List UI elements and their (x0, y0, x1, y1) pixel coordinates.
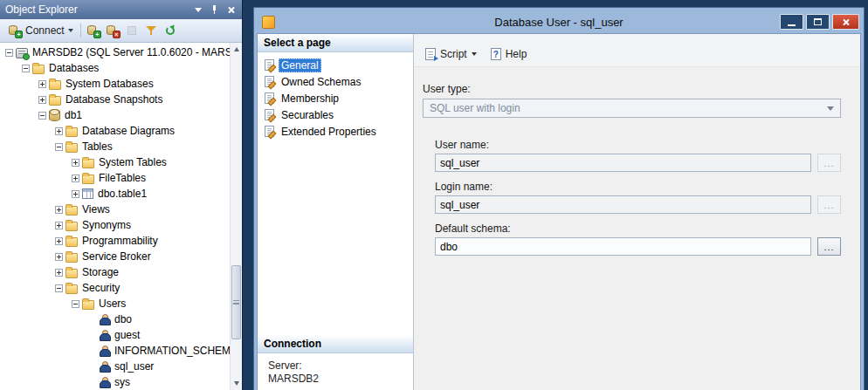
user-name-browse-button[interactable]: ... (817, 154, 841, 172)
combo-chevron-icon (827, 106, 834, 111)
default-schema-row: ... (435, 237, 841, 256)
script-button[interactable]: Script (421, 45, 481, 63)
tree-item-users[interactable]: Users (0, 296, 230, 311)
database-user-dialog-icon (262, 16, 275, 29)
minimize-button[interactable] (780, 14, 803, 30)
tree-item-label: INFORMATION_SCHEM (114, 345, 230, 357)
tree-item-label: guest (114, 329, 140, 341)
pages-list: GeneralOwned SchemasMembershipSecurables… (258, 52, 413, 140)
stop-button[interactable] (122, 21, 141, 40)
user-type-label: User type: (423, 83, 841, 95)
tree-item-sys[interactable]: sys (0, 374, 230, 390)
scrollbar-thumb[interactable] (231, 265, 241, 339)
tree-item-database-diagrams[interactable]: Database Diagrams (0, 123, 230, 139)
tree-item-db1[interactable]: db1 (0, 107, 230, 123)
connection-header: Connection (258, 335, 413, 353)
dialog-titlebar[interactable]: Database User - sql_user (257, 10, 861, 33)
page-item-label: Owned Schemas (279, 75, 363, 89)
expand-icon[interactable] (55, 222, 63, 229)
page-item-membership[interactable]: Membership (258, 90, 413, 106)
tree-item-databases[interactable]: Databases (0, 60, 230, 76)
close-icon[interactable] (224, 3, 238, 17)
expand-icon[interactable] (72, 190, 79, 198)
page-item-label: Securables (279, 108, 336, 122)
user-type-combo[interactable]: SQL user with login (423, 99, 841, 118)
connect-button[interactable]: + Connect (3, 22, 78, 39)
page-icon (265, 126, 274, 137)
expand-icon[interactable] (55, 127, 63, 135)
expand-icon[interactable] (55, 206, 63, 214)
tree-item-sql-user[interactable]: sql_user (0, 359, 230, 374)
collapse-icon[interactable] (55, 143, 63, 151)
expand-icon[interactable] (38, 96, 46, 104)
disconnect-button[interactable]: × (103, 21, 122, 40)
page-item-securables[interactable]: Securables (258, 106, 413, 123)
vertical-scrollbar[interactable] (230, 43, 242, 390)
collapse-icon[interactable] (5, 49, 13, 57)
folder-icon (65, 127, 78, 137)
collapse-icon[interactable] (72, 300, 79, 308)
default-schema-browse-button[interactable]: ... (817, 237, 841, 256)
expand-icon[interactable] (55, 237, 63, 245)
scroll-down-icon[interactable] (231, 378, 242, 389)
window-controls (780, 14, 859, 30)
login-name-browse-button[interactable]: ... (817, 195, 841, 214)
object-explorer-titlebar[interactable]: Object Explorer (0, 0, 242, 19)
connection-gap (268, 386, 413, 390)
expand-icon[interactable] (55, 269, 63, 277)
stop-icon (125, 24, 139, 38)
user-icon (99, 314, 110, 325)
tree-item-programmability[interactable]: Programmability (0, 233, 230, 249)
tree-item-system-databases[interactable]: System Databases (0, 76, 230, 92)
folder-icon (49, 80, 61, 90)
tree-item-label: Service Broker (82, 250, 151, 263)
tree-item-storage[interactable]: Storage (0, 264, 230, 280)
collapse-icon[interactable] (38, 112, 46, 120)
script-icon (425, 48, 436, 60)
tree-item-filetables[interactable]: FileTables (0, 170, 230, 186)
default-schema-input[interactable] (435, 237, 811, 256)
tree-rows: MARSDB2 (SQL Server 11.0.6020 - MARSDDat… (0, 44, 242, 390)
page-item-extended-properties[interactable]: Extended Properties (258, 123, 413, 140)
tree-item-label: Views (82, 203, 110, 216)
filter-button[interactable] (141, 21, 161, 40)
collapse-icon[interactable] (22, 65, 30, 72)
pin-icon[interactable] (207, 3, 222, 17)
page-item-owned-schemas[interactable]: Owned Schemas (258, 73, 413, 90)
collapse-icon[interactable] (55, 284, 63, 292)
maximize-button[interactable] (806, 14, 830, 30)
help-button[interactable]: Help (486, 45, 532, 63)
tree-item-views[interactable]: Views (0, 202, 230, 217)
expand-icon[interactable] (38, 80, 46, 88)
expand-icon[interactable] (72, 174, 79, 182)
close-button[interactable] (832, 14, 859, 30)
tree-item-label: Database Snapshots (65, 93, 162, 106)
folder-icon (65, 284, 78, 294)
login-name-input[interactable] (435, 195, 811, 214)
tree-item-system-tables[interactable]: System Tables (0, 154, 230, 170)
refresh-button[interactable] (161, 21, 180, 40)
expand-icon[interactable] (55, 253, 63, 261)
tree-item-guest[interactable]: guest (0, 327, 230, 343)
toolbar-separator (80, 24, 81, 38)
tree-item-service-broker[interactable]: Service Broker (0, 249, 230, 264)
tree-item-dbo[interactable]: dbo (0, 311, 230, 327)
page-item-general[interactable]: General (258, 57, 413, 73)
tree-item-tables[interactable]: Tables (0, 139, 230, 154)
help-label: Help (506, 48, 527, 60)
window-position-menu-icon[interactable] (190, 3, 205, 17)
page-icon (265, 92, 274, 104)
tree-item-database-snapshots[interactable]: Database Snapshots (0, 92, 230, 107)
dialog-body: Select a page GeneralOwned SchemasMember… (257, 33, 861, 390)
scroll-up-icon[interactable] (231, 44, 242, 55)
tree-item-dbo-table1[interactable]: dbo.table1 (0, 186, 230, 202)
tree-item-synonyms[interactable]: Synonyms (0, 217, 230, 233)
user-name-input[interactable] (435, 154, 811, 172)
tree-item-security[interactable]: Security (0, 280, 230, 296)
tree-item-information-schem[interactable]: INFORMATION_SCHEM (0, 343, 230, 359)
tree-item-label: Storage (82, 266, 119, 278)
user-name-row: ... (435, 154, 841, 172)
connect-object-explorer-button[interactable]: + (84, 21, 103, 40)
tree-item-marsdb2-sql-server-11-0-6020-marsd[interactable]: MARSDB2 (SQL Server 11.0.6020 - MARSD (0, 44, 230, 60)
expand-icon[interactable] (72, 159, 79, 167)
